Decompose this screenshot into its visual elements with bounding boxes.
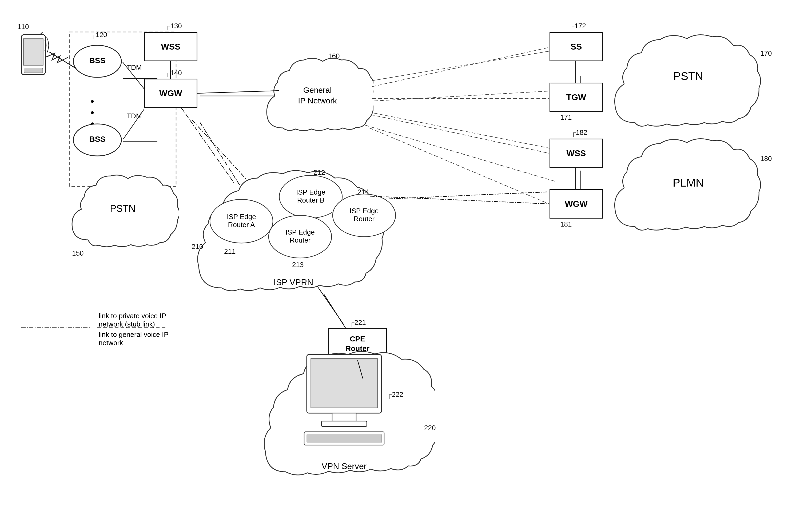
general-link-label: link to general voice IP network [99, 330, 172, 347]
wgw-box: WGW [144, 79, 197, 108]
ref-213: 213 [292, 261, 303, 269]
ref-171: 171 [560, 113, 572, 122]
tdm-bottom-label: TDM [127, 112, 142, 120]
ref-160: 160 [328, 52, 340, 60]
svg-text:Router B: Router B [297, 196, 324, 204]
ref-120: ┌120 [91, 30, 107, 39]
svg-line-9 [368, 112, 555, 149]
isp-edge-router-a: ISP Edge Router A [208, 197, 275, 245]
svg-text:PLMN: PLMN [673, 177, 704, 189]
ref-130: ┌130 [165, 22, 182, 30]
svg-text:Router: Router [290, 236, 311, 244]
svg-text:VPN Server: VPN Server [322, 462, 367, 471]
ref-220: 220 [424, 424, 436, 432]
svg-text:Router: Router [354, 215, 375, 223]
svg-rect-51 [321, 421, 367, 427]
ref-214: 214 [357, 188, 369, 196]
ref-110: 110 [17, 23, 29, 31]
legend: link to private voice IP network (stub l… [21, 314, 172, 334]
bss-top: BSS [72, 44, 123, 79]
svg-rect-53 [307, 434, 381, 443]
diagram-container: 110 BSS ••• BSS ┌120 WSS ┌130 WGW ┌140 T… [0, 0, 788, 532]
svg-text:IP Network: IP Network [298, 96, 337, 105]
svg-text:General: General [303, 85, 332, 94]
ref-170: 170 [760, 49, 772, 58]
wgw-right-box: WGW [550, 189, 603, 219]
tgw-box: TGW [550, 83, 603, 112]
svg-text:BSS: BSS [89, 135, 106, 143]
pstn-right-cloud: PSTN [608, 24, 768, 136]
svg-line-62 [371, 115, 549, 153]
svg-text:PSTN: PSTN [110, 203, 136, 214]
mobile-device [16, 32, 51, 85]
svg-text:PSTN: PSTN [673, 70, 703, 82]
bss-bottom: BSS [72, 123, 123, 157]
svg-rect-49 [311, 359, 377, 408]
ref-182: ┌182 [571, 128, 587, 137]
svg-line-8 [368, 90, 557, 101]
ref-150: 150 [72, 249, 83, 258]
ref-180: 180 [760, 155, 772, 163]
svg-text:BSS: BSS [89, 56, 106, 65]
svg-text:Router A: Router A [228, 221, 255, 229]
svg-rect-24 [24, 68, 43, 73]
svg-text:ISP Edge: ISP Edge [227, 213, 256, 221]
svg-text:ISP Edge: ISP Edge [350, 207, 378, 215]
wss-right-box: WSS [550, 139, 603, 168]
svg-line-7 [360, 49, 560, 83]
general-ip-cloud: General IP Network [261, 53, 373, 139]
ref-140: ┌140 [165, 69, 182, 77]
svg-text:ISP VPRN: ISP VPRN [274, 278, 313, 287]
ref-222: ┌222 [387, 390, 403, 399]
ref-172: ┌172 [570, 22, 586, 30]
ref-212: 212 [313, 168, 325, 177]
vpn-cloud: VPN Server [253, 301, 435, 493]
svg-rect-50 [332, 413, 356, 421]
isp-edge-router-214: ISP Edge Router [331, 192, 397, 239]
svg-rect-23 [23, 39, 43, 65]
wss-top-box: WSS [144, 32, 197, 61]
plmn-cloud: PLMN [608, 123, 768, 243]
ref-211: 211 [224, 247, 236, 255]
stub-link-label: link to private voice IP network (stub l… [99, 312, 172, 328]
tdm-top-label: TDM [127, 63, 142, 72]
svg-text:ISP Edge: ISP Edge [285, 228, 315, 236]
svg-line-60 [372, 47, 549, 87]
isp-edge-router-213: ISP Edge Router [267, 213, 333, 260]
pstn-left-cloud: PSTN [67, 170, 179, 250]
svg-text:ISP Edge: ISP Edge [296, 188, 325, 196]
ref-181: 181 [560, 220, 572, 228]
ss-box: SS [550, 32, 603, 61]
ref-210: 210 [192, 243, 203, 251]
